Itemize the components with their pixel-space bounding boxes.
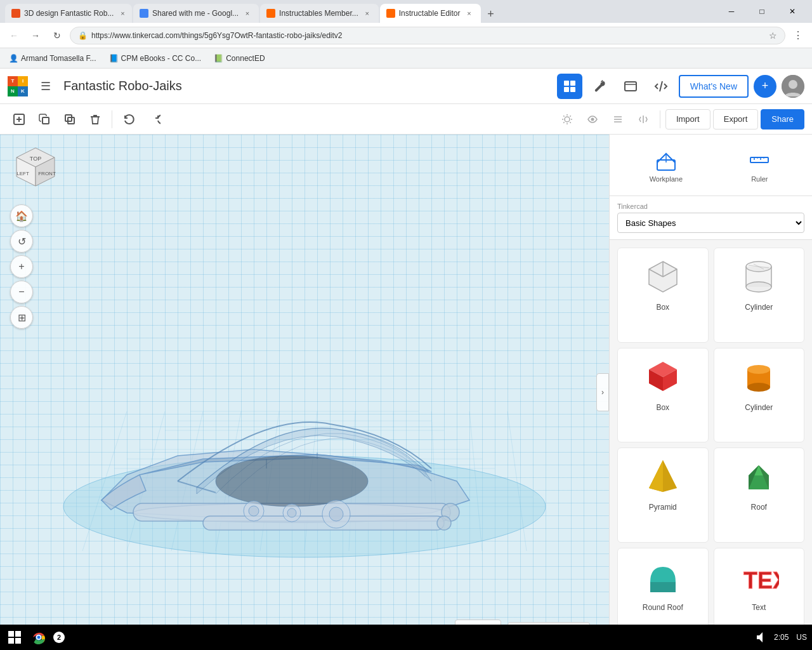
import-button[interactable]: Import bbox=[665, 109, 710, 129]
shape-label: Box bbox=[656, 303, 669, 312]
zoom-out-button[interactable]: − bbox=[10, 281, 33, 303]
copy-button[interactable] bbox=[33, 108, 56, 131]
new-object-button[interactable] bbox=[8, 108, 30, 131]
shapes-category-select[interactable]: Basic Shapes bbox=[617, 213, 804, 233]
zoom-in-button[interactable]: + bbox=[10, 255, 33, 278]
shape-item-cylinder-wire[interactable]: Cylinder bbox=[714, 248, 805, 343]
duplicate-button[interactable] bbox=[58, 108, 81, 131]
bookmark-item[interactable]: 📗 ConnectED bbox=[210, 53, 268, 64]
browser-menu-button[interactable]: ⋮ bbox=[789, 27, 807, 44]
back-button[interactable]: ← bbox=[5, 27, 23, 44]
svg-text:LEFT: LEFT bbox=[16, 171, 29, 176]
avatar[interactable] bbox=[782, 75, 804, 98]
grid-view-button[interactable] bbox=[557, 74, 582, 99]
bookmarks-bar: 👤 Armand Tomasella F... 📘 CPM eBooks - C… bbox=[0, 48, 812, 69]
shape-preview-cylinder-wire bbox=[737, 255, 781, 299]
dropdown-source-label: Tinkercad bbox=[617, 202, 804, 210]
codeblocks-button[interactable] bbox=[648, 74, 674, 99]
url-bar[interactable]: 🔒 https://www.tinkercad.com/things/5g6Ys… bbox=[70, 27, 785, 44]
close-button[interactable]: ✕ bbox=[778, 1, 807, 22]
address-bar: ← → ↻ 🔒 https://www.tinkercad.com/things… bbox=[0, 23, 812, 48]
region: US bbox=[796, 633, 807, 642]
hamburger-button[interactable]: ☰ bbox=[36, 76, 56, 96]
shape-item-cylinder-orange[interactable]: Cylinder bbox=[714, 348, 805, 443]
tab-instructables-member[interactable]: Instructables Member... × bbox=[260, 4, 379, 23]
tab-close-button[interactable]: × bbox=[242, 8, 252, 18]
workplane-tool[interactable]: Workplane bbox=[642, 142, 690, 188]
undo-button[interactable] bbox=[117, 108, 140, 131]
view-toggle-button[interactable] bbox=[581, 108, 604, 131]
start-button[interactable] bbox=[5, 628, 24, 647]
shape-item-box-red[interactable]: Box bbox=[617, 348, 709, 443]
tab-close-button[interactable]: × bbox=[464, 8, 475, 18]
svg-point-48 bbox=[287, 508, 296, 517]
bookmark-item[interactable]: 👤 Armand Tomasella F... bbox=[5, 53, 100, 64]
ruler-tool[interactable]: Ruler bbox=[739, 142, 780, 188]
svg-text:TEXT: TEXT bbox=[743, 567, 779, 594]
view-cube[interactable]: TOP LEFT FRONT bbox=[10, 145, 61, 196]
svg-point-80 bbox=[747, 383, 770, 392]
taskbar-chrome[interactable] bbox=[29, 628, 48, 647]
collapse-panel-button[interactable]: › bbox=[596, 373, 609, 411]
shape-item-roof[interactable]: Roof bbox=[714, 448, 805, 543]
build-mode-button[interactable] bbox=[587, 74, 613, 99]
orbit-button[interactable]: ↺ bbox=[10, 230, 33, 253]
tinkercad-logo[interactable]: T I N K bbox=[8, 76, 28, 96]
view-controls: 🏠 ↺ + − ⊞ bbox=[10, 204, 33, 329]
tab-label: Shared with me - Googl... bbox=[152, 9, 239, 18]
avatar-icon bbox=[782, 75, 804, 98]
mirror-button[interactable] bbox=[632, 108, 655, 131]
svg-marker-83 bbox=[649, 460, 663, 492]
minimize-button[interactable]: ─ bbox=[717, 1, 746, 22]
shape-preview-cylinder-orange bbox=[737, 355, 781, 399]
simulations-button[interactable] bbox=[618, 74, 643, 99]
duplicate-icon bbox=[63, 113, 76, 126]
view-toggle-icon bbox=[586, 113, 599, 126]
secure-icon: 🔒 bbox=[78, 31, 88, 40]
share-button[interactable]: Share bbox=[761, 109, 804, 129]
svg-rect-93 bbox=[15, 638, 21, 644]
viewport[interactable]: TOP LEFT FRONT 🏠 ↺ + − ⊞ › bbox=[0, 135, 609, 650]
fit-view-button[interactable]: ⊞ bbox=[10, 306, 33, 329]
redo-button[interactable] bbox=[143, 108, 166, 131]
svg-point-11 bbox=[565, 117, 570, 122]
delete-button[interactable] bbox=[84, 108, 107, 131]
forward-button[interactable]: → bbox=[27, 27, 44, 44]
add-user-button[interactable]: + bbox=[754, 75, 776, 98]
svg-rect-90 bbox=[8, 631, 14, 637]
shape-preview-box-red bbox=[641, 355, 685, 399]
refresh-button[interactable]: ↻ bbox=[48, 27, 66, 44]
toolbar-divider bbox=[112, 110, 112, 128]
panel-tools: Workplane Ruler bbox=[610, 135, 812, 196]
shape-preview-pyramid bbox=[641, 454, 685, 499]
shape-item-pyramid[interactable]: Pyramid bbox=[617, 448, 709, 543]
tab-close-button[interactable]: × bbox=[117, 8, 128, 18]
bookmark-item[interactable]: 📘 CPM eBooks - CC Co... bbox=[105, 53, 206, 64]
shape-label: Round Roof bbox=[643, 603, 683, 612]
maximize-button[interactable]: □ bbox=[747, 1, 776, 22]
tab-3d-design[interactable]: 3D design Fantastic Rob... × bbox=[5, 4, 132, 23]
tab-shared[interactable]: Shared with me - Googl... × bbox=[133, 4, 259, 23]
new-tab-button[interactable]: + bbox=[482, 5, 500, 23]
bookmark-star-icon[interactable]: ☆ bbox=[769, 30, 777, 41]
tab-close-button[interactable]: × bbox=[362, 8, 372, 18]
shape-label: Roof bbox=[751, 503, 767, 512]
chrome-icon bbox=[32, 630, 46, 644]
shape-preview-round-roof bbox=[641, 555, 685, 599]
whats-new-button[interactable]: What's New bbox=[679, 75, 749, 98]
align-button[interactable] bbox=[606, 108, 629, 131]
svg-point-44 bbox=[216, 456, 368, 507]
svg-text:FRONT: FRONT bbox=[38, 171, 56, 176]
codeblocks-icon bbox=[653, 79, 669, 94]
tab-instructable-editor[interactable]: Instructable Editor × bbox=[380, 4, 481, 23]
light-button[interactable] bbox=[556, 108, 579, 131]
shape-item-box-wire[interactable]: Box bbox=[617, 248, 709, 343]
home-view-button[interactable]: 🏠 bbox=[10, 204, 33, 227]
svg-point-6 bbox=[789, 80, 797, 89]
windows-icon bbox=[7, 630, 22, 645]
export-button[interactable]: Export bbox=[713, 109, 759, 129]
delete-icon bbox=[89, 113, 102, 126]
workplane-label: Workplane bbox=[650, 175, 683, 183]
svg-point-72 bbox=[746, 282, 771, 292]
shape-label: Cylinder bbox=[745, 403, 773, 412]
